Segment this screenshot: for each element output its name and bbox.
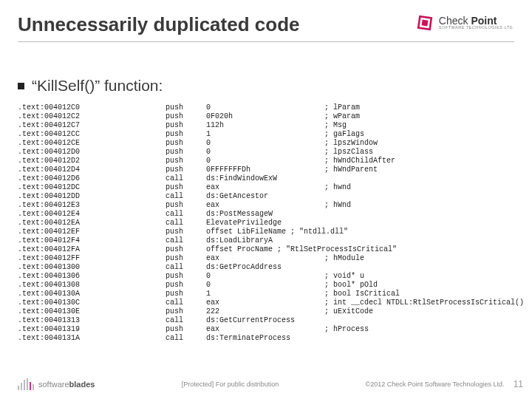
code-row: .text:004012F4callds:LoadLibraryA (18, 236, 524, 245)
code-row: .text:00401308push0; bool* pOld (18, 281, 524, 290)
code-row: .text:004012E3pusheax; hWnd (18, 201, 524, 210)
code-row: .text:00401300callds:GetProcAddress (18, 263, 524, 272)
logo-text: Check Point SOFTWARE TECHNOLOGIES LTD. (439, 16, 514, 30)
code-row: .text:004012C2push0F020h; wParam (18, 112, 524, 121)
code-row: .text:004012D4push0FFFFFFFDh; hWndParent (18, 166, 524, 174)
sb-bold: blades (69, 380, 95, 389)
disassembly-code: .text:004012C0push0; lParam.text:004012C… (18, 103, 524, 343)
copyright: ©2012 Check Point Software Technologies … (366, 381, 505, 388)
checkpoint-icon (415, 13, 434, 33)
code-row: .text:0040131Acallds:TerminateProcess (18, 334, 524, 343)
code-row: .text:004012EAcallElevatePriviledge (18, 219, 524, 228)
code-row: .text:004012DCpusheax; hwnd (18, 183, 524, 192)
code-row: .text:004012D6callds:FindWindowExW (18, 174, 524, 183)
footer: softwareblades [Protected] For public di… (18, 378, 523, 390)
code-row: .text:004012FApushoffset ProcName ; "Rtl… (18, 245, 524, 254)
code-row: .text:004012CCpush1; gaFlags (18, 130, 524, 139)
sb-light: software (38, 380, 69, 389)
code-row: .text:004012D2push0; hWndChildAfter (18, 157, 524, 166)
code-row: .text:004012CEpush0; lpszWindow (18, 139, 524, 148)
slide-header: Unnecessarily duplicated code Check Poin… (18, 13, 514, 36)
divider (18, 41, 514, 42)
footer-left: softwareblades (18, 378, 95, 390)
code-row: .text:004012C0push0; lParam (18, 103, 524, 112)
code-row: .text:004012FFpusheax; hModule (18, 254, 524, 263)
bullet-icon (18, 83, 24, 89)
code-row: .text:0040130Ccalleax; int __cdecl NTDLL… (18, 299, 524, 307)
code-row: .text:004012C7push112h; Msg (18, 121, 524, 130)
code-row: .text:00401306push0; void* u (18, 272, 524, 281)
code-row: .text:00401313callds:GetCurrentProcess (18, 316, 524, 325)
brand-logo: Check Point SOFTWARE TECHNOLOGIES LTD. (415, 13, 514, 33)
svg-rect-2 (421, 20, 428, 27)
code-row: .text:004012EFpushoffset LibFileName ; "… (18, 228, 524, 236)
code-row: .text:0040130Apush1; bool IsCritical (18, 290, 524, 299)
code-row: .text:0040130Epush222; uExitCode (18, 307, 524, 316)
page-title: Unnecessarily duplicated code (18, 13, 299, 36)
subtitle-text: “KillSelf()” function: (32, 77, 163, 95)
logo-subline: SOFTWARE TECHNOLOGIES LTD. (439, 26, 514, 30)
code-row: .text:004012D0push0; lpszClass (18, 148, 524, 157)
page-number: 11 (514, 379, 523, 389)
code-row: .text:00401319pusheax; hProcess (18, 325, 524, 334)
classification-label: [Protected] For public distribution (95, 381, 365, 388)
software-blades-icon (18, 378, 34, 390)
code-row: .text:004012DDcallds:GetAncestor (18, 192, 524, 201)
footer-right: ©2012 Check Point Software Technologies … (366, 379, 523, 389)
code-row: .text:004012E4callds:PostMessageW (18, 210, 524, 219)
subtitle: “KillSelf()” function: (18, 77, 163, 95)
